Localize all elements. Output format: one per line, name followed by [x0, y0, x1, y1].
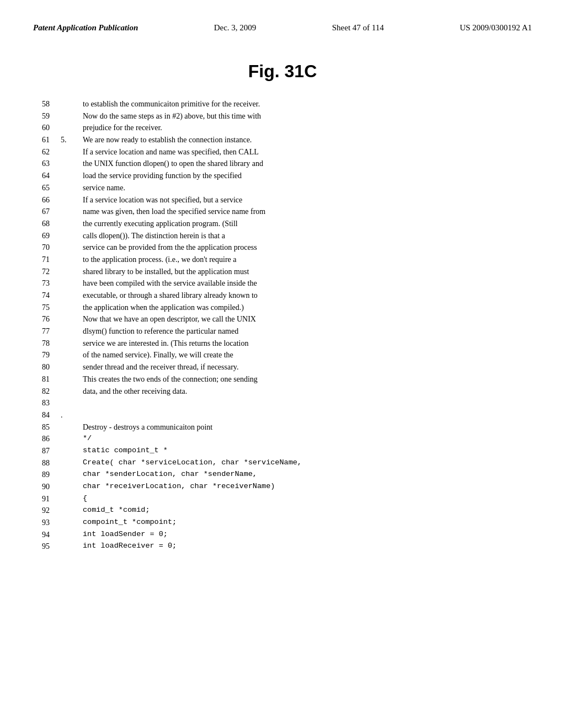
- line-text: service name.: [83, 182, 532, 194]
- line-label: [61, 361, 83, 373]
- header-patent-num: US 2009/0300192 A1: [460, 22, 532, 34]
- line-number: 66: [33, 194, 61, 206]
- header-publication-label: Patent Application Publication: [33, 22, 138, 34]
- line-number: 81: [33, 373, 61, 386]
- line-text: This creates the two ends of the connect…: [83, 373, 532, 386]
- line-text: int loadReceiver = 0;: [83, 540, 532, 553]
- line-text: We are now ready to establish the connec…: [83, 134, 532, 146]
- line-text: have been compiled with the service avai…: [83, 277, 532, 290]
- line-number: 68: [33, 218, 61, 230]
- line-text: name was given, then load the specified …: [83, 206, 532, 218]
- code-line: 63the UNIX function dlopen() to open the…: [33, 158, 532, 170]
- code-line: 94 int loadSender = 0;: [33, 529, 532, 541]
- line-text: comid_t *comid;: [83, 505, 532, 517]
- code-line: 66If a service location was not specifie…: [33, 194, 532, 206]
- line-text: prejudice for the receiver.: [83, 122, 532, 134]
- line-label: [61, 373, 83, 386]
- line-label: [61, 397, 83, 409]
- header-date: Dec. 3, 2009: [214, 22, 257, 34]
- line-label: [61, 254, 83, 266]
- code-line: 95 int loadReceiver = 0;: [33, 540, 532, 553]
- line-label: [61, 122, 83, 134]
- line-number: 91: [33, 493, 61, 505]
- line-label: [61, 158, 83, 170]
- line-text: [83, 409, 532, 421]
- line-number: 82: [33, 386, 61, 398]
- line-text: dlsym() function to reference the partic…: [83, 325, 532, 338]
- code-line: 62If a service location and name was spe…: [33, 146, 532, 158]
- line-label: [61, 110, 83, 122]
- code-line: 77dlsym() function to reference the part…: [33, 325, 532, 338]
- line-text: [83, 397, 532, 409]
- line-number: 62: [33, 146, 61, 158]
- line-number: 85: [33, 421, 61, 433]
- line-number: 94: [33, 529, 61, 541]
- line-number: 69: [33, 230, 61, 242]
- code-line: 82data, and the other receiving data.: [33, 386, 532, 398]
- line-label: [61, 325, 83, 338]
- line-text: {: [83, 493, 532, 505]
- line-number: 75: [33, 302, 61, 314]
- code-line: 89 char *senderLocation, char *senderNam…: [33, 469, 532, 481]
- code-line: 78service we are interested in. (This re…: [33, 338, 532, 350]
- code-line: 93 compoint_t *compoint;: [33, 517, 532, 529]
- figure-title: Fig. 31C: [33, 61, 532, 82]
- line-text: Now do the same steps as in #2) above, b…: [83, 110, 532, 122]
- line-label: [61, 338, 83, 350]
- line-number: 58: [33, 98, 61, 110]
- line-label: [61, 505, 83, 517]
- line-number: 89: [33, 469, 61, 481]
- line-text: */: [83, 433, 532, 445]
- line-label: [61, 277, 83, 290]
- line-label: 5.: [61, 134, 83, 146]
- line-number: 70: [33, 242, 61, 254]
- line-label: [61, 457, 83, 469]
- line-label: [61, 290, 83, 302]
- line-number: 78: [33, 338, 61, 350]
- line-number: 61: [33, 134, 61, 146]
- line-number: 83: [33, 397, 61, 409]
- code-line: 70service can be provided from the the a…: [33, 242, 532, 254]
- line-label: [61, 182, 83, 194]
- line-number: 64: [33, 170, 61, 182]
- line-text: char *senderLocation, char *senderName,: [83, 469, 532, 481]
- code-line: 73have been compiled with the service av…: [33, 277, 532, 290]
- line-label: [61, 421, 83, 433]
- line-number: 95: [33, 540, 61, 553]
- line-text: Create( char *serviceLocation, char *ser…: [83, 457, 532, 469]
- code-line: 67name was given, then load the specifie…: [33, 206, 532, 218]
- code-line: 75the application when the application w…: [33, 302, 532, 314]
- line-label: [61, 469, 83, 481]
- line-text: compoint_t *compoint;: [83, 517, 532, 529]
- line-label: [61, 433, 83, 445]
- line-text: Now that we have an open descriptor, we …: [83, 313, 532, 325]
- content-area: 58to establish the communicaiton primiti…: [33, 98, 532, 553]
- line-text: static compoint_t *: [83, 445, 532, 457]
- line-label: [61, 493, 83, 505]
- line-number: 93: [33, 517, 61, 529]
- code-line: 615.We are now ready to establish the co…: [33, 134, 532, 146]
- code-line: 91{: [33, 493, 532, 505]
- code-line: 92 comid_t *comid;: [33, 505, 532, 517]
- line-label: [61, 170, 83, 182]
- line-label: [61, 206, 83, 218]
- line-label: [61, 540, 83, 553]
- line-number: 63: [33, 158, 61, 170]
- line-label: [61, 194, 83, 206]
- code-line: 59Now do the same steps as in #2) above,…: [33, 110, 532, 122]
- line-label: [61, 242, 83, 254]
- line-number: 88: [33, 457, 61, 469]
- line-label: [61, 146, 83, 158]
- code-line: 81This creates the two ends of the conne…: [33, 373, 532, 386]
- line-text: data, and the other receiving data.: [83, 386, 532, 398]
- line-number: 65: [33, 182, 61, 194]
- line-text: the UNIX function dlopen() to open the s…: [83, 158, 532, 170]
- code-line: 60prejudice for the receiver.: [33, 122, 532, 134]
- code-line: 74executable, or through a shared librar…: [33, 290, 532, 302]
- code-line: 58to establish the communicaiton primiti…: [33, 98, 532, 110]
- line-number: 79: [33, 349, 61, 361]
- line-text: int loadSender = 0;: [83, 529, 532, 541]
- line-number: 73: [33, 277, 61, 290]
- code-line: 85 Destroy - destroys a communicaiton po…: [33, 421, 532, 433]
- line-text: sender thread and the receiver thread, i…: [83, 361, 532, 373]
